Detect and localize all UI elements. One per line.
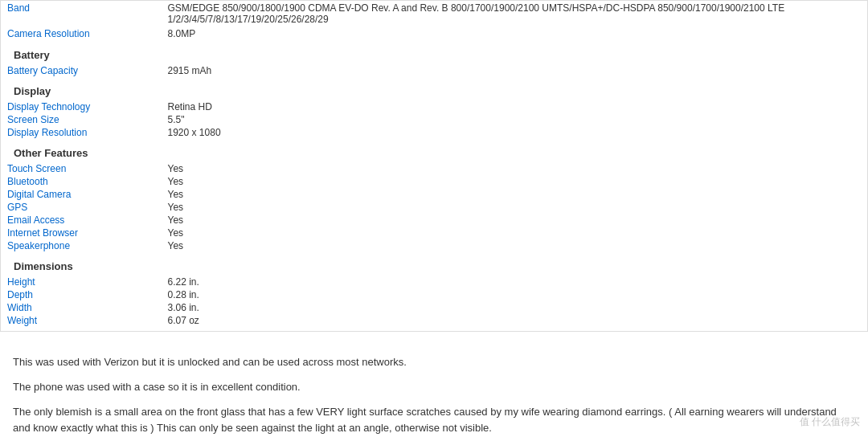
display-resolution-value: 1920 x 1080: [162, 126, 868, 139]
band-value: GSM/EDGE 850/900/1800/1900 CDMA EV-DO Re…: [162, 1, 868, 27]
touch-screen-row: Touch Screen Yes: [1, 162, 868, 175]
dimensions-header-row: Dimensions: [1, 252, 868, 276]
camera-value: 8.0MP: [162, 27, 868, 41]
dimensions-section-title: Dimensions: [7, 257, 861, 274]
other-features-section-title: Other Features: [7, 144, 861, 161]
screen-size-value: 5.5": [162, 113, 868, 126]
display-technology-value: Retina HD: [162, 100, 868, 113]
digital-camera-row: Digital Camera Yes: [1, 188, 868, 201]
camera-row: Camera Resolution 8.0MP: [1, 27, 868, 41]
touch-screen-label: Touch Screen: [1, 162, 162, 175]
speakerphone-value: Yes: [162, 239, 868, 252]
width-label: Width: [1, 301, 162, 314]
screen-size-row: Screen Size 5.5": [1, 113, 868, 126]
display-technology-row: Display Technology Retina HD: [1, 100, 868, 113]
speakerphone-row: Speakerphone Yes: [1, 239, 868, 252]
battery-section-title: Battery: [7, 46, 861, 63]
depth-row: Depth 0.28 in.: [1, 288, 868, 301]
weight-row: Weight 6.07 oz: [1, 314, 868, 332]
description-area: This was used with Verizon but it is unl…: [0, 345, 868, 437]
page-container: Band GSM/EDGE 850/900/1800/1900 CDMA EV-…: [0, 0, 868, 437]
height-label: Height: [1, 276, 162, 288]
depth-label: Depth: [1, 288, 162, 301]
email-value: Yes: [162, 214, 868, 227]
touch-screen-value: Yes: [162, 162, 868, 175]
email-label: Email Access: [1, 214, 162, 227]
weight-value: 6.07 oz: [162, 314, 868, 332]
description-paragraph1: This was used with Verizon but it is unl…: [13, 354, 855, 371]
display-header-row: Display: [1, 77, 868, 100]
gps-row: GPS Yes: [1, 201, 868, 214]
email-row: Email Access Yes: [1, 214, 868, 227]
display-resolution-row: Display Resolution 1920 x 1080: [1, 126, 868, 139]
bluetooth-row: Bluetooth Yes: [1, 175, 868, 188]
height-row: Height 6.22 in.: [1, 276, 868, 288]
internet-row: Internet Browser Yes: [1, 227, 868, 239]
display-resolution-label: Display Resolution: [1, 126, 162, 139]
weight-label: Weight: [1, 314, 162, 332]
display-technology-label: Display Technology: [1, 100, 162, 113]
bluetooth-label: Bluetooth: [1, 175, 162, 188]
internet-label: Internet Browser: [1, 227, 162, 239]
gps-label: GPS: [1, 201, 162, 214]
battery-capacity-label: Battery Capacity: [1, 64, 162, 77]
display-section-title: Display: [7, 82, 861, 99]
description-paragraph3: The only blemish is a small area on the …: [13, 404, 855, 437]
speakerphone-label: Speakerphone: [1, 239, 162, 252]
battery-header-row: Battery: [1, 41, 868, 64]
width-row: Width 3.06 in.: [1, 301, 868, 314]
digital-camera-label: Digital Camera: [1, 188, 162, 201]
band-label: Band: [1, 1, 162, 27]
gps-value: Yes: [162, 201, 868, 214]
depth-value: 0.28 in.: [162, 288, 868, 301]
width-value: 3.06 in.: [162, 301, 868, 314]
bluetooth-value: Yes: [162, 175, 868, 188]
battery-capacity-row: Battery Capacity 2915 mAh: [1, 64, 868, 77]
specs-table: Band GSM/EDGE 850/900/1800/1900 CDMA EV-…: [0, 0, 868, 332]
height-value: 6.22 in.: [162, 276, 868, 288]
internet-value: Yes: [162, 227, 868, 239]
battery-capacity-value: 2915 mAh: [162, 64, 868, 77]
description-paragraph2: The phone was used with a case so it is …: [13, 379, 855, 396]
digital-camera-value: Yes: [162, 188, 868, 201]
screen-size-label: Screen Size: [1, 113, 162, 126]
band-row: Band GSM/EDGE 850/900/1800/1900 CDMA EV-…: [1, 1, 868, 27]
camera-label: Camera Resolution: [1, 27, 162, 41]
watermark: 值 什么值得买: [800, 415, 860, 429]
other-features-header-row: Other Features: [1, 139, 868, 162]
